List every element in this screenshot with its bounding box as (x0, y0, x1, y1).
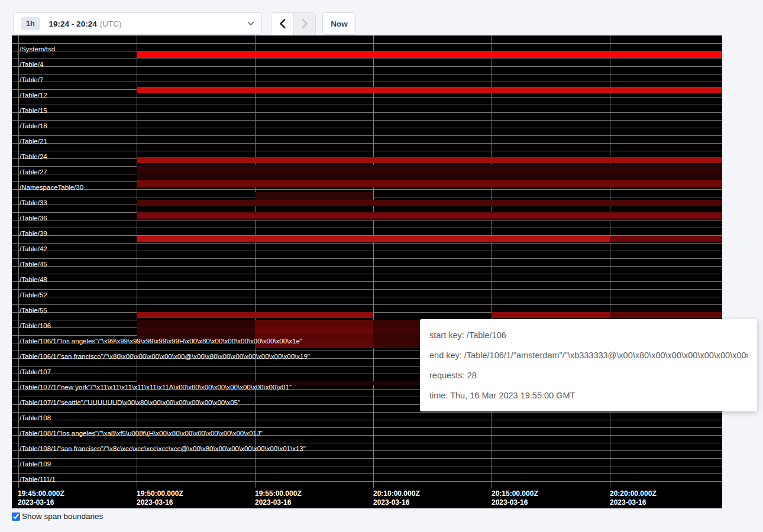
key-visualizer-page: 1h 19:24 - 20:24 (UTC) Now 19:45:00.000Z… (0, 0, 763, 532)
heat-band[interactable] (137, 312, 373, 318)
row-key-label: /Table/36 (20, 215, 47, 222)
span-boundary-gridline (12, 304, 722, 305)
row-key-label: /Table/21 (20, 138, 47, 145)
heat-band[interactable] (492, 312, 610, 318)
span-boundary-gridline (12, 82, 722, 82)
previous-time-button[interactable] (271, 13, 293, 35)
chevron-right-icon (302, 19, 308, 30)
time-nav-group (271, 12, 316, 36)
span-boundary-gridline (12, 420, 722, 420)
span-boundary-gridline (12, 427, 722, 428)
heat-band[interactable] (137, 157, 722, 163)
time-preset-badge: 1h (21, 17, 40, 30)
span-boundary-gridline (12, 251, 722, 251)
next-time-button[interactable] (293, 13, 315, 35)
row-key-label: /System/tsd (20, 46, 55, 53)
span-boundary-gridline (12, 458, 722, 459)
row-key-label: /Table/106 (20, 322, 51, 330)
heat-band[interactable] (255, 192, 373, 200)
span-boundary-gridline (12, 466, 722, 466)
heat-band[interactable] (373, 327, 421, 334)
heat-band[interactable] (255, 320, 373, 327)
heat-band[interactable] (610, 236, 722, 242)
heat-band[interactable] (137, 213, 722, 218)
time-gridline (373, 35, 374, 488)
show-span-boundaries-checkbox[interactable] (12, 512, 20, 521)
chevron-left-icon (279, 19, 286, 30)
span-boundary-gridline (12, 43, 722, 44)
span-boundary-gridline (12, 220, 722, 220)
heat-band[interactable] (255, 327, 373, 334)
row-key-label: /Table/18 (20, 122, 47, 130)
span-boundary-gridline (12, 59, 722, 59)
time-gridline (18, 35, 19, 488)
span-boundaries-row: Show span boundaries (12, 512, 103, 521)
row-key-label: /Table/48 (20, 276, 47, 284)
span-boundary-gridline (12, 281, 722, 282)
time-gridline (492, 35, 492, 488)
heat-band[interactable] (373, 341, 421, 348)
axis-time-label: 20:10:00.000Z2023-03-16 (373, 489, 420, 507)
span-boundary-gridline (12, 443, 722, 443)
chevron-down-icon (247, 21, 254, 26)
row-key-label: /Table/4 (20, 61, 43, 69)
heat-band[interactable] (137, 51, 722, 58)
tooltip-time: time: Thu, 16 Mar 2023 19:55:00 GMT (429, 390, 748, 401)
span-boundary-gridline (12, 66, 722, 67)
heatmap-plot[interactable]: 19:45:00.000Z2023-03-1619:50:00.000Z2023… (12, 35, 722, 508)
row-key-label: /NamespaceTable/30 (20, 184, 83, 192)
axis-time-label: 19:45:00.000Z2023-03-16 (18, 489, 64, 507)
row-key-label: /Table/107/1/"seattle"/"UUUUUUD\x00\x80\… (20, 399, 240, 407)
span-boundary-gridline (12, 289, 722, 290)
row-key-label: /Table/33 (20, 199, 47, 207)
span-boundary-gridline (12, 266, 722, 267)
row-key-label: /Table/24 (20, 153, 47, 161)
span-boundary-gridline (12, 473, 722, 474)
span-boundary-gridline (12, 105, 722, 105)
heat-band[interactable] (137, 173, 722, 180)
heat-band[interactable] (137, 87, 722, 93)
span-boundary-gridline (12, 412, 722, 413)
row-key-label: /Table/42 (20, 245, 47, 253)
show-span-boundaries-label: Show span boundaries (22, 512, 103, 521)
time-gridline (137, 35, 137, 488)
row-key-label: /Table/27 (20, 168, 47, 176)
row-key-label: /Table/107 (20, 368, 51, 376)
time-range-dropdown[interactable]: 1h 19:24 - 20:24 (UTC) (13, 12, 262, 35)
time-gridline (255, 35, 256, 488)
row-key-label: /Table/107/1/"new york"/"\x11\x11\x11\x1… (20, 384, 292, 391)
span-tooltip: start key: /Table/106 end key: /Table/10… (420, 319, 757, 411)
row-key-label: /Table/111/1 (20, 476, 56, 484)
heat-band[interactable] (373, 334, 421, 341)
row-key-label: /Table/109 (20, 460, 51, 468)
axis-time-label: 20:20:00.000Z2023-03-16 (610, 489, 657, 507)
heat-band[interactable] (610, 312, 722, 318)
now-button[interactable]: Now (322, 12, 356, 35)
axis-time-label: 19:50:00.000Z2023-03-16 (137, 489, 183, 507)
timezone-text: (UTC) (100, 20, 122, 28)
row-key-label: /Table/108 (20, 414, 51, 422)
span-boundary-gridline (12, 97, 722, 98)
span-boundary-gridline (12, 74, 722, 74)
span-boundary-gridline (12, 481, 722, 482)
row-key-label: /Table/52 (20, 291, 47, 299)
row-key-label: /Table/106/1/"los angeles"/"\x99\x99\x99… (20, 338, 302, 345)
heat-band[interactable] (137, 200, 722, 206)
heat-band[interactable] (137, 320, 255, 327)
heat-band[interactable] (137, 327, 255, 334)
heat-band[interactable] (137, 236, 610, 242)
heat-band[interactable] (373, 320, 421, 327)
row-key-label: /Table/7 (20, 76, 43, 84)
span-boundary-gridline (12, 120, 722, 121)
row-key-label: /Table/55 (20, 307, 47, 314)
span-boundary-gridline (12, 189, 722, 190)
tooltip-end-key: end key: /Table/106/1/"amsterdam"/"\xb33… (429, 349, 748, 361)
span-boundary-gridline (12, 128, 722, 128)
heat-band[interactable] (137, 180, 722, 187)
heat-band[interactable] (137, 165, 722, 173)
span-boundary-gridline (12, 135, 722, 136)
span-boundary-gridline (12, 228, 722, 228)
span-boundary-gridline (12, 274, 722, 274)
row-key-label: /Table/15 (20, 107, 47, 115)
tooltip-start-key: start key: /Table/106 (429, 329, 748, 341)
